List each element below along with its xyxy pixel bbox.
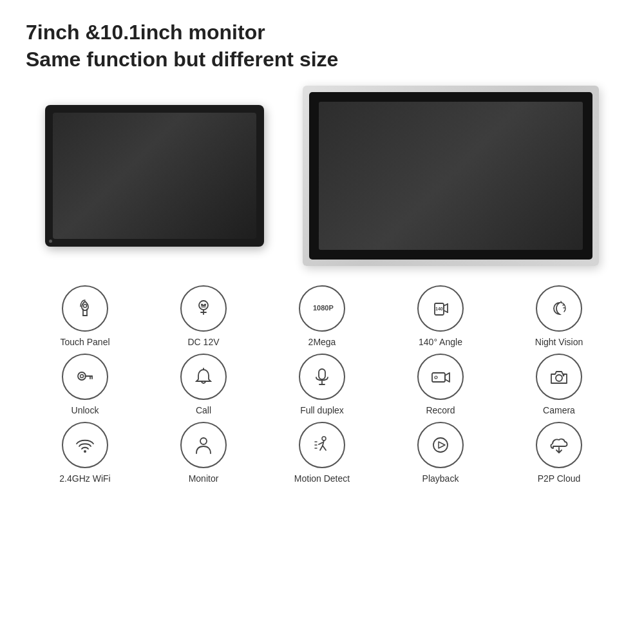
feature-dc-12v: DC 12V <box>155 285 252 347</box>
camera-label: Camera <box>543 405 575 415</box>
unlock-icon <box>73 365 97 389</box>
small-monitor-screen <box>53 113 256 239</box>
small-monitor-dot <box>49 240 52 243</box>
call-label: Call <box>196 405 211 415</box>
features-row-2: Unlock Call <box>26 354 618 415</box>
night-vision-icon-circle <box>536 285 582 332</box>
record-icon <box>428 365 453 389</box>
wifi-label: 2.4GHz WiFi <box>59 473 110 484</box>
call-icon-circle <box>180 354 227 400</box>
140-angle-icon-circle: 140° <box>417 285 464 332</box>
motion-detect-icon-circle <box>299 422 345 468</box>
monitor-icon-circle <box>180 422 227 468</box>
full-duplex-icon-circle <box>299 354 345 400</box>
night-vision-label: Night Vision <box>535 337 583 347</box>
monitors-section <box>26 86 618 266</box>
large-monitor-wrapper <box>303 86 599 266</box>
small-monitor <box>45 105 264 247</box>
feature-unlock: Unlock <box>37 354 133 415</box>
feature-record: Record <box>392 354 489 415</box>
unlock-label: Unlock <box>71 405 99 415</box>
features-section: Touch Panel DC 12V <box>26 285 618 631</box>
svg-point-0 <box>84 305 87 308</box>
wifi-icon-circle <box>62 422 108 468</box>
monitor-label: Monitor <box>189 473 219 484</box>
playback-icon <box>428 433 453 457</box>
camera-icon-circle <box>536 354 582 400</box>
feature-2mega: 1080P 2Mega <box>274 285 370 347</box>
camera-icon <box>547 365 571 389</box>
touch-panel-icon <box>73 296 97 321</box>
2mega-label: 2Mega <box>308 337 336 347</box>
call-icon <box>191 365 216 389</box>
2mega-icon: 1080P <box>310 296 334 321</box>
svg-text:140°: 140° <box>435 307 445 311</box>
large-monitor-screen <box>319 102 583 250</box>
svg-point-14 <box>84 450 86 453</box>
feature-monitor: Monitor <box>155 422 252 484</box>
record-label: Record <box>426 405 455 415</box>
dc-12v-label: DC 12V <box>187 337 219 347</box>
dc-12v-icon-circle <box>180 285 227 332</box>
svg-point-11 <box>435 376 437 379</box>
title-line2: Same function but different size <box>26 46 618 73</box>
svg-text:1080P: 1080P <box>313 304 334 312</box>
title-section: 7inch &10.1inch monitor Same function bu… <box>26 19 618 73</box>
motion-detect-icon <box>310 433 334 457</box>
touch-panel-label: Touch Panel <box>60 337 109 347</box>
playback-icon-circle <box>417 422 464 468</box>
full-duplex-icon <box>310 365 334 389</box>
full-duplex-label: Full duplex <box>300 405 344 415</box>
unlock-icon-circle <box>62 354 108 400</box>
dc-12v-icon <box>191 296 216 321</box>
feature-motion-detect: Motion Detect <box>274 422 370 484</box>
feature-140-angle: 140° 140° Angle <box>392 285 489 347</box>
p2p-cloud-icon-circle <box>536 422 582 468</box>
p2p-cloud-icon <box>547 433 571 457</box>
features-row-3: 2.4GHz WiFi Monitor <box>26 422 618 484</box>
140-angle-icon: 140° <box>428 296 453 321</box>
svg-point-8 <box>80 375 84 378</box>
svg-point-12 <box>556 375 562 381</box>
feature-p2p-cloud: P2P Cloud <box>511 422 607 484</box>
large-monitor <box>309 92 592 260</box>
record-icon-circle <box>417 354 464 400</box>
playback-label: Playback <box>422 473 459 484</box>
p2p-cloud-label: P2P Cloud <box>538 473 581 484</box>
svg-point-15 <box>200 438 207 444</box>
svg-point-16 <box>322 437 326 440</box>
wifi-icon <box>73 433 97 457</box>
night-vision-icon <box>547 296 571 321</box>
feature-call: Call <box>155 354 252 415</box>
features-row-1: Touch Panel DC 12V <box>26 285 618 347</box>
140-angle-label: 140° Angle <box>419 337 462 347</box>
svg-point-13 <box>563 375 565 377</box>
motion-detect-label: Motion Detect <box>294 473 350 484</box>
touch-panel-icon-circle <box>62 285 108 332</box>
feature-playback: Playback <box>392 422 489 484</box>
2mega-icon-circle: 1080P <box>299 285 345 332</box>
feature-camera: Camera <box>511 354 607 415</box>
feature-wifi: 2.4GHz WiFi <box>37 422 133 484</box>
feature-night-vision: Night Vision <box>511 285 607 347</box>
svg-rect-10 <box>432 373 445 382</box>
feature-touch-panel: Touch Panel <box>37 285 133 347</box>
monitor-person-icon <box>191 433 216 457</box>
svg-rect-9 <box>319 369 325 379</box>
title-line1: 7inch &10.1inch monitor <box>26 19 618 46</box>
feature-full-duplex: Full duplex <box>274 354 370 415</box>
